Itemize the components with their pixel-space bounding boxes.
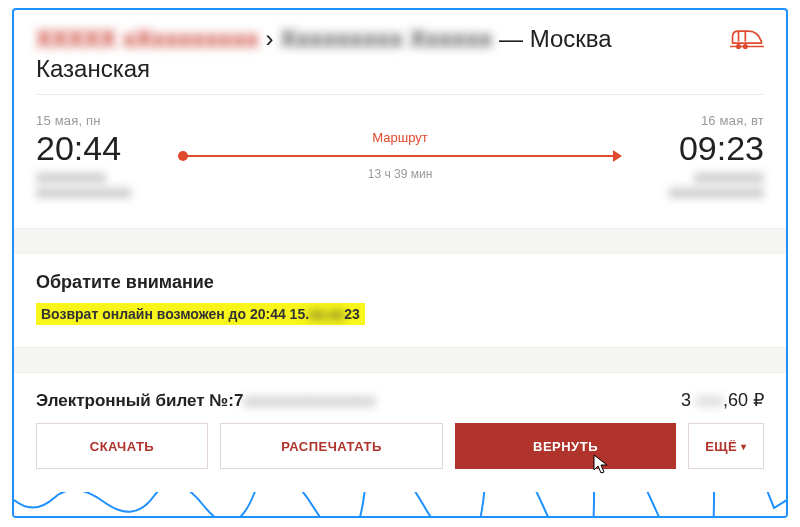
route-title: XXXXX xXxxxxxxxx › Xxxxxxxxx Xxxxxx — Мо…: [36, 24, 730, 84]
route-arrow: [182, 155, 618, 157]
download-button[interactable]: СКАЧАТЬ: [36, 423, 208, 469]
origin-blurred: XXXXX xXxxxxxxxx: [36, 24, 259, 54]
print-button[interactable]: РАСПЕЧАТАТЬ: [220, 423, 443, 469]
notice-text: Возврат онлайн возможен до 20:44 15.xx.x…: [36, 303, 365, 325]
e-ticket-number: Электронный билет №:7xxxxxxxxxxxxxx: [36, 391, 376, 411]
via-blurred: Xxxxxxxxx Xxxxxx: [280, 24, 492, 54]
chevron-down-icon: ▾: [741, 441, 747, 452]
ticket-price: 3 xxx,60 ₽: [681, 389, 764, 411]
cursor-icon: [592, 454, 610, 481]
route-link[interactable]: Маршрут: [182, 130, 618, 145]
notice-title: Обратите внимание: [36, 272, 764, 293]
arrival-time: 09:23: [624, 130, 764, 167]
route-timeline: 15 мая, пн 20:44 Маршрут 13 ч 39 мин 16 …: [14, 95, 786, 228]
arrival-station-blurred-2: [669, 188, 764, 198]
svg-point-2: [744, 45, 747, 48]
arrival-station-blurred: [694, 173, 764, 183]
departure-station-blurred-2: [36, 188, 131, 198]
departure-time: 20:44: [36, 130, 176, 167]
section-gap: [14, 347, 786, 373]
notice-block: Обратите внимание Возврат онлайн возможе…: [14, 254, 786, 347]
departure-station-blurred: [36, 173, 106, 183]
arrival-date: 16 мая, вт: [624, 113, 764, 128]
svg-point-1: [737, 45, 740, 48]
refund-button[interactable]: ВЕРНУТЬ: [455, 423, 676, 469]
section-gap: [14, 228, 786, 254]
duration: 13 ч 39 мин: [182, 167, 618, 181]
departure-date: 15 мая, пн: [36, 113, 176, 128]
train-icon: [730, 24, 764, 52]
more-button[interactable]: ЕЩЁ ▾: [688, 423, 764, 469]
